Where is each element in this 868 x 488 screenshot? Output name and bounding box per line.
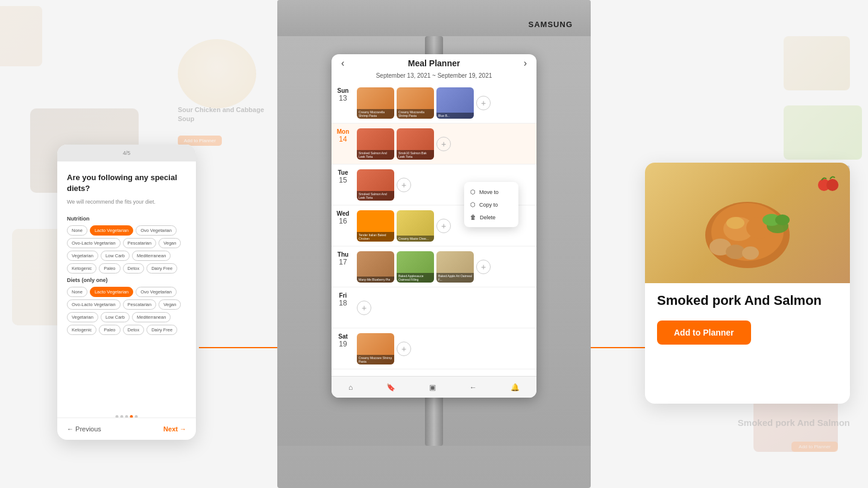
add-meal-button[interactable]: + xyxy=(397,178,411,192)
recipe-detail-panel: Smoked pork And Salmon Add to Planner xyxy=(645,163,850,404)
diet-tag[interactable]: Ketogenic xyxy=(67,325,96,335)
day-label: Tue15 xyxy=(332,164,354,205)
day-name: Sun xyxy=(338,87,349,94)
meal-thumbnail[interactable]: Creamy Maste Chee... xyxy=(397,210,434,242)
add-meal-button[interactable]: + xyxy=(357,301,371,315)
context-menu: ⬡ Move to ⬡ Copy to 🗑 Delete xyxy=(464,182,518,227)
nutrition-tag[interactable]: Mediterranean xyxy=(132,251,171,261)
ctx-copy-to[interactable]: ⬡ Copy to xyxy=(464,198,518,211)
diet-tag[interactable]: Dairy Free xyxy=(146,325,177,335)
diet-subtitle: We will recommend the fits your diet. xyxy=(57,199,196,212)
day-row: Sat19Creamy Mozzare Shrimp Pasta+ xyxy=(332,328,536,369)
day-number: 15 xyxy=(339,176,347,184)
diet-tag[interactable]: Ovo-Lacto Vegetarian xyxy=(67,299,121,310)
bg-add-planner-right: Add to Planner xyxy=(791,442,838,452)
svg-point-11 xyxy=(742,246,759,260)
svg-point-13 xyxy=(826,179,838,191)
nutrition-tag[interactable]: Ovo-Lacto Vegetarian xyxy=(67,238,121,248)
day-label: Sat19 xyxy=(332,328,354,369)
day-name: Mon xyxy=(337,128,350,135)
nutrition-tag[interactable]: Dairy Free xyxy=(146,263,177,274)
meal-label: Tender Italian Baked Chicken xyxy=(357,232,394,242)
meal-label: Baked Apple Art Oatmeal F... xyxy=(436,273,474,283)
diet-tag[interactable]: Lacto Vegetarian xyxy=(90,287,133,297)
day-row: Mon14Smoked Salmon And Leek TortaSmok10 … xyxy=(332,124,536,164)
meal-label: Smok10 Salmon Bak Leek Torta xyxy=(397,150,434,160)
grid-icon[interactable]: ▣ xyxy=(429,383,436,392)
day-row: Fri18+ xyxy=(332,287,536,328)
meals-area: Creamy Mozzare Shrimp Pasta+ xyxy=(354,328,536,369)
diet-tag[interactable]: Pescatarian xyxy=(123,299,157,310)
day-name: Sat xyxy=(338,333,348,340)
diet-tag[interactable]: Vegan xyxy=(159,299,181,310)
meal-label: Blue B... xyxy=(436,113,474,119)
nutrition-tag[interactable]: Pescatarian xyxy=(123,238,157,248)
next-button[interactable]: Next → xyxy=(163,425,186,433)
meal-thumbnail[interactable]: Blue B... xyxy=(436,87,474,119)
meal-thumbnail[interactable]: Smok10 Salmon Bak Leek Torta xyxy=(397,128,434,160)
meal-thumbnail[interactable]: Creamy Mozzarella Shrimp Pasta xyxy=(357,87,394,119)
nutrition-tag[interactable]: Detox xyxy=(123,263,145,274)
diet-tag[interactable]: Detox xyxy=(123,325,145,335)
nutrition-tag[interactable]: Ketogenic xyxy=(67,263,96,274)
meal-label: Creamy Mozzarella Shrimp Pasta xyxy=(357,109,394,119)
diet-tag[interactable]: Ovo Vegetarian xyxy=(136,287,177,297)
nutrition-tag[interactable]: None xyxy=(67,225,87,236)
bookmark-icon[interactable]: 🔖 xyxy=(386,383,395,392)
add-meal-button[interactable]: + xyxy=(436,137,451,151)
meal-thumbnail[interactable]: Creamy Mozzarella Shrimp Pasta xyxy=(397,87,434,119)
recipe-title: Smoked pork And Salmon xyxy=(657,293,838,308)
planner-next-btn[interactable]: › xyxy=(521,58,529,69)
screen-bottom-bar: ⌂ 🔖 ▣ ← 🔔 xyxy=(332,376,536,398)
nutrition-tag[interactable]: Lacto Vegetarian xyxy=(90,225,133,236)
add-meal-button[interactable]: + xyxy=(436,219,451,233)
meal-thumbnail[interactable]: Baked Apple Art Oatmeal F... xyxy=(436,251,474,283)
nutrition-tag[interactable]: Paleo xyxy=(99,263,120,274)
add-meal-button[interactable]: + xyxy=(397,342,411,356)
diet-tag[interactable]: Vegetarian xyxy=(67,312,98,322)
nutrition-tag[interactable]: Vegan xyxy=(159,238,181,248)
planner-title: Meal Planner xyxy=(347,58,521,68)
day-name: Tue xyxy=(338,169,348,176)
recipe-image xyxy=(645,163,850,283)
move-icon: ⬡ xyxy=(470,189,476,195)
meal-thumbnail[interactable]: Many-Me Blueberry Pie xyxy=(357,251,394,283)
meal-thumbnail[interactable]: Smoked Salmon And Leek Torta xyxy=(357,128,394,160)
meal-thumbnail[interactable]: Smoked Salmon And Leek Torta xyxy=(357,169,394,201)
add-meal-button[interactable]: + xyxy=(476,260,491,274)
notify-icon[interactable]: 🔔 xyxy=(511,383,520,392)
day-name: Wed xyxy=(337,210,350,217)
day-label: Wed16 xyxy=(332,205,354,246)
add-meal-button[interactable]: + xyxy=(476,96,491,110)
home-icon[interactable]: ⌂ xyxy=(348,383,353,392)
nutrition-tag[interactable]: Low Carb xyxy=(101,251,130,261)
prev-button[interactable]: ← Previous xyxy=(67,425,101,433)
nutrition-label: Nutrition xyxy=(67,216,186,222)
ctx-move-to[interactable]: ⬡ Move to xyxy=(464,186,518,198)
nutrition-tag[interactable]: Ovo Vegetarian xyxy=(136,225,177,236)
nutrition-tag[interactable]: Vegetarian xyxy=(67,251,98,261)
day-row: Thu17Many-Me Blueberry PieBaked Applesau… xyxy=(332,246,536,287)
back-icon[interactable]: ← xyxy=(470,383,477,392)
meal-thumbnail[interactable]: Baked Applesauce Oatmeal Filling xyxy=(397,251,434,283)
diets-label: Diets (only one) xyxy=(67,277,186,283)
diet-tag[interactable]: Mediterranean xyxy=(132,312,171,322)
diet-question: Are you following any special diets? xyxy=(57,161,196,199)
diet-tag[interactable]: Low Carb xyxy=(101,312,130,322)
svg-point-7 xyxy=(775,214,790,225)
day-label: Thu17 xyxy=(332,246,354,287)
recipe-food-illustration xyxy=(687,175,808,271)
samsung-logo: SAMSUNG xyxy=(529,20,573,29)
diet-tag[interactable]: Paleo xyxy=(99,325,120,335)
add-to-planner-button[interactable]: Add to Planner xyxy=(657,321,751,345)
meal-thumbnail[interactable]: Tender Italian Baked Chicken xyxy=(357,210,394,242)
fridge: SAMSUNG ‹ Meal Planner › September 13, 2… xyxy=(277,0,591,488)
day-row: Sun13Creamy Mozzarella Shrimp PastaCream… xyxy=(332,83,536,124)
day-label: Fri18 xyxy=(332,287,354,328)
ctx-delete[interactable]: 🗑 Delete xyxy=(464,211,518,224)
diet-tag[interactable]: None xyxy=(67,287,87,297)
diet-quiz-panel: 4/5 Are you following any special diets?… xyxy=(57,145,196,440)
planner-prev-btn[interactable]: ‹ xyxy=(339,58,347,69)
meal-label: Smoked Salmon And Leek Torta xyxy=(357,191,394,201)
meal-thumbnail[interactable]: Creamy Mozzare Shrimp Pasta xyxy=(357,333,394,364)
